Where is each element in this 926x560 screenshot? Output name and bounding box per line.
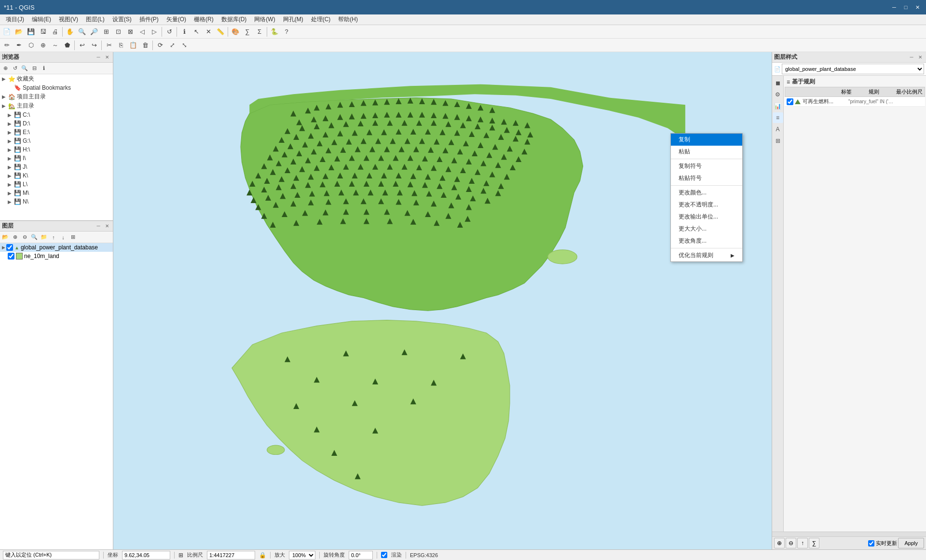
ctx-copy[interactable]: 复制 bbox=[671, 134, 742, 146]
realtime-update-checkbox[interactable] bbox=[868, 540, 874, 546]
style-labels-btn[interactable]: A bbox=[773, 124, 783, 135]
edit-btn[interactable]: ✒ bbox=[13, 40, 25, 51]
browser-item-j[interactable]: ▶ 💾 J\ bbox=[0, 163, 113, 171]
rule-checkbox-biomass[interactable] bbox=[787, 98, 793, 105]
menu-network[interactable]: 网络(W) bbox=[250, 14, 279, 25]
menu-layer[interactable]: 图层(L) bbox=[82, 14, 109, 25]
browser-item-e[interactable]: ▶ 💾 E:\ bbox=[0, 128, 113, 137]
layers-up-btn[interactable]: ↑ bbox=[49, 233, 58, 242]
undo-btn[interactable]: ↩ bbox=[76, 40, 88, 51]
statusbar-zoom-select[interactable]: 100% bbox=[289, 551, 315, 560]
maximize-button[interactable]: □ bbox=[901, 2, 911, 12]
close-button[interactable]: ✕ bbox=[912, 2, 922, 12]
help-button[interactable]: ? bbox=[281, 26, 292, 38]
browser-refresh-btn[interactable]: ↺ bbox=[11, 64, 19, 73]
menu-view[interactable]: 视图(V) bbox=[55, 14, 82, 25]
ctx-copy-symbol[interactable]: 复制符号 bbox=[671, 160, 742, 172]
print-button[interactable]: 🖨 bbox=[49, 26, 61, 38]
style-sigma-btn[interactable]: ∑ bbox=[809, 538, 819, 548]
statusbar-lock-icon[interactable]: 🔒 bbox=[259, 552, 266, 559]
layers-down-btn[interactable]: ↓ bbox=[59, 233, 68, 242]
layer-item-global-power[interactable]: ▶ ▲ global_power_plant_database bbox=[0, 243, 113, 252]
layers-collapse-btn[interactable]: ─ bbox=[95, 222, 102, 230]
add-point-btn[interactable]: ⊕ bbox=[37, 40, 49, 51]
browser-item-g[interactable]: ▶ 💾 G:\ bbox=[0, 137, 113, 145]
layers-open-btn[interactable]: 📂 bbox=[1, 233, 10, 242]
menu-processing[interactable]: 处理(C) bbox=[307, 14, 335, 25]
redo-btn[interactable]: ↪ bbox=[88, 40, 100, 51]
zoom-in-button[interactable]: 🔍 bbox=[76, 26, 88, 38]
browser-item-l[interactable]: ▶ 💾 L\ bbox=[0, 180, 113, 189]
refresh-button[interactable]: ↺ bbox=[163, 26, 175, 38]
layer-select-dropdown[interactable]: global_power_plant_database bbox=[782, 64, 924, 74]
ctx-larger-size[interactable]: 更大大小... bbox=[671, 223, 742, 235]
ctx-change-unit[interactable]: 更改输出单位... bbox=[671, 211, 742, 223]
copy-btn[interactable]: ⎘ bbox=[115, 40, 127, 51]
style-up-btn[interactable]: ↑ bbox=[797, 538, 808, 548]
map-area[interactable]: 复制 粘贴 复制符号 粘贴符号 更改颜色... 更改不透明度... 更改输出单位… bbox=[113, 52, 772, 549]
style-rule-item-biomass[interactable]: 可再生燃料... "primary_fuel" IN ('Biomass', '… bbox=[785, 97, 925, 107]
browser-item-spatial-bookmarks[interactable]: 🔖 Spatial Bookmarks bbox=[0, 83, 113, 92]
statusbar-scale-input[interactable] bbox=[207, 551, 255, 560]
ctx-paste-symbol[interactable]: 粘贴符号 bbox=[671, 172, 742, 184]
style-fields-btn[interactable]: ⊞ bbox=[773, 136, 783, 146]
browser-add-btn[interactable]: ⊕ bbox=[1, 64, 10, 73]
layer-styling-collapse-btn[interactable]: ─ bbox=[908, 54, 915, 61]
browser-item-k[interactable]: ▶ 💾 K\ bbox=[0, 171, 113, 180]
zoom-prev-button[interactable]: ◁ bbox=[136, 26, 148, 38]
open-field-calc[interactable]: ∑ bbox=[242, 26, 253, 38]
browser-item-favorites[interactable]: ▶ ⭐ 收藏夹 bbox=[0, 74, 113, 83]
browser-item-n[interactable]: ▶ 💾 N\ bbox=[0, 197, 113, 206]
layer-style-button[interactable]: 🎨 bbox=[230, 26, 241, 38]
paste-btn[interactable]: 📋 bbox=[127, 40, 139, 51]
save-as-button[interactable]: 🖫 bbox=[37, 26, 49, 38]
layers-filter-btn[interactable]: 🔍 bbox=[30, 233, 39, 242]
statistics-button[interactable]: Σ bbox=[254, 26, 265, 38]
measure-button[interactable]: 📏 bbox=[215, 26, 226, 38]
ctx-change-color[interactable]: 更改颜色... bbox=[671, 187, 742, 199]
layer-checkbox-ne-land[interactable] bbox=[8, 253, 14, 260]
browser-item-i[interactable]: ▶ 💾 I\ bbox=[0, 154, 113, 163]
minimize-button[interactable]: ─ bbox=[889, 2, 899, 12]
statusbar-render-checkbox[interactable] bbox=[381, 552, 387, 558]
ctx-change-opacity[interactable]: 更改不透明度... bbox=[671, 199, 742, 211]
statusbar-coord-input[interactable] bbox=[122, 551, 170, 560]
add-polygon-btn[interactable]: ⬟ bbox=[61, 40, 73, 51]
menu-edit[interactable]: 编辑(E) bbox=[28, 14, 55, 25]
layers-remove-btn[interactable]: ⊖ bbox=[20, 233, 29, 242]
browser-item-d[interactable]: ▶ 💾 D:\ bbox=[0, 119, 113, 128]
apply-button[interactable]: Apply bbox=[898, 538, 924, 548]
add-line-btn[interactable]: ～ bbox=[49, 40, 61, 51]
browser-item-m[interactable]: ▶ 💾 M\ bbox=[0, 189, 113, 197]
statusbar-locate-input[interactable] bbox=[3, 551, 99, 560]
delete-btn[interactable]: 🗑 bbox=[139, 40, 151, 51]
menu-plugins[interactable]: 插件(P) bbox=[136, 14, 163, 25]
menu-vector[interactable]: 矢量(O) bbox=[163, 14, 190, 25]
browser-close-btn[interactable]: ✕ bbox=[103, 54, 111, 61]
layers-close-btn[interactable]: ✕ bbox=[103, 222, 111, 230]
deselect-button[interactable]: ✕ bbox=[203, 26, 214, 38]
style-remove-rule-btn[interactable]: ⊖ bbox=[786, 538, 796, 548]
zoom-selection-button[interactable]: ⊠ bbox=[124, 26, 136, 38]
browser-filter-btn[interactable]: 🔍 bbox=[20, 64, 29, 73]
digitize-btn[interactable]: ✏ bbox=[1, 40, 13, 51]
browser-item-h[interactable]: ▶ 💾 H:\ bbox=[0, 145, 113, 154]
layer-styling-close-btn[interactable]: ✕ bbox=[916, 54, 924, 61]
menu-mesh[interactable]: 网孔(M) bbox=[279, 14, 307, 25]
cut-btn[interactable]: ✂ bbox=[103, 40, 115, 51]
ctx-optimize-rule[interactable]: 优化当前规则 ▶ bbox=[671, 249, 742, 261]
node-tool-btn[interactable]: ⬡ bbox=[25, 40, 37, 51]
menu-help[interactable]: 帮助(H) bbox=[334, 14, 362, 25]
layer-item-ne-land[interactable]: ne_10m_land bbox=[0, 252, 113, 260]
pan-button[interactable]: ✋ bbox=[64, 26, 76, 38]
ctx-paste[interactable]: 粘贴 bbox=[671, 146, 742, 158]
scale-btn[interactable]: ⤢ bbox=[166, 40, 178, 51]
layers-expand-btn[interactable]: ⊞ bbox=[68, 233, 77, 242]
new-project-button[interactable]: 📄 bbox=[1, 26, 13, 38]
save-project-button[interactable]: 💾 bbox=[25, 26, 37, 38]
style-categorized-btn[interactable]: ⚙ bbox=[773, 89, 783, 100]
style-single-symbol-btn[interactable]: ◼ bbox=[773, 78, 783, 88]
zoom-out-button[interactable]: 🔎 bbox=[88, 26, 100, 38]
identify-button[interactable]: ℹ bbox=[178, 26, 190, 38]
style-add-rule-btn[interactable]: ⊕ bbox=[774, 538, 785, 548]
